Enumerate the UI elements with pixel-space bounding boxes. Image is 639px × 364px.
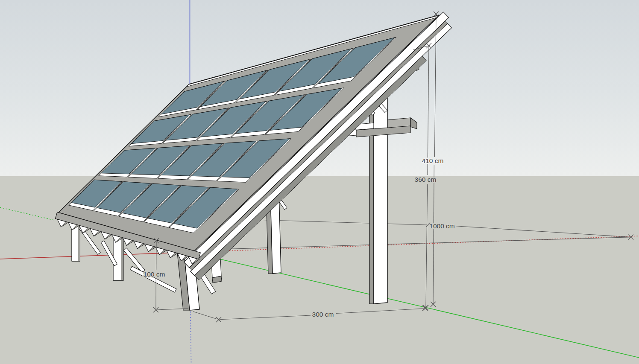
sketchup-3d-viewport[interactable]: 410 cm 360 cm 1000 cm 100 cm 300 cm [0, 0, 639, 364]
dimension-label-ground-distance[interactable]: 1000 cm [429, 222, 454, 230]
front-post-1-side [78, 225, 80, 261]
dimension-label-beam-height[interactable]: 360 cm [415, 176, 437, 183]
dimension-label-peak-height[interactable]: 410 cm [422, 157, 444, 164]
front-post-2-side [121, 236, 123, 280]
back-post [374, 88, 387, 304]
back-post-side [369, 90, 374, 304]
application-window: 410 cm 360 cm 1000 cm 100 cm 300 cm [0, 0, 639, 364]
dimension-label-post-spacing[interactable]: 300 cm [312, 311, 334, 318]
dimension-label-post-height[interactable]: 100 cm [144, 271, 165, 278]
